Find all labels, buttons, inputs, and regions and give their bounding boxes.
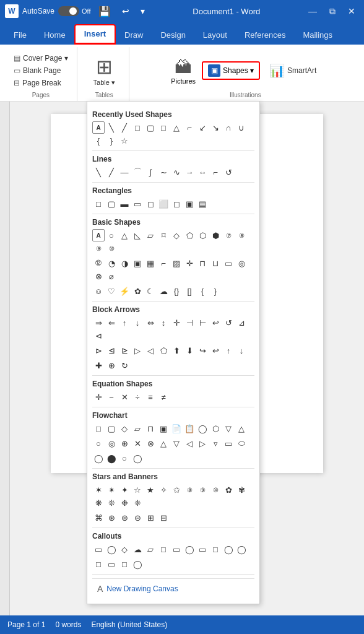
co-accent-callout1[interactable]: ◯	[183, 543, 196, 555]
bs-parallelogram[interactable]: ▱	[144, 229, 157, 241]
sb-star10[interactable]: ✧	[157, 484, 170, 496]
tab-home[interactable]: Home	[35, 27, 74, 45]
ba-curved-right[interactable]: ↪	[196, 344, 209, 357]
ba-quad2[interactable]: ✚	[92, 359, 105, 371]
co-accent-border1[interactable]: ▭	[105, 558, 118, 570]
fc-decision[interactable]: ◇	[118, 422, 131, 435]
blank-page-button[interactable]: ▭ Blank Page	[11, 65, 71, 76]
shape-line-diag1[interactable]: ╲	[105, 121, 118, 134]
shapes-button[interactable]: ▣ Shapes ▾	[202, 61, 260, 80]
save-icon[interactable]: 💾	[95, 4, 115, 19]
bs-donut[interactable]: ◎	[235, 257, 248, 269]
customize-icon[interactable]: ▾	[137, 5, 149, 17]
fc-direct-access[interactable]: ○	[118, 452, 131, 464]
fc-document[interactable]: 📄	[170, 422, 183, 435]
bs-diamond[interactable]: ◇	[170, 229, 183, 241]
eq-not-equal[interactable]: ≠	[157, 391, 170, 403]
shape-brace-l[interactable]: {	[92, 134, 105, 147]
bs-half-frame[interactable]: ▦	[144, 257, 157, 269]
shape-rounded-rect[interactable]: ▢	[144, 121, 157, 134]
bs-num10[interactable]: ⑩	[105, 242, 118, 254]
bs-plus[interactable]: ✛	[183, 257, 196, 269]
eq-divide[interactable]: ÷	[131, 391, 144, 403]
tab-file[interactable]: File	[5, 27, 35, 45]
ba-curved-left[interactable]: ↩	[209, 344, 222, 357]
ba-pentagon[interactable]: ⬠	[157, 344, 170, 357]
bs-brace-pair[interactable]: {}	[170, 285, 183, 297]
line-double-arrow[interactable]: ↔	[196, 166, 209, 178]
co-accent-callout2[interactable]: ▭	[196, 543, 209, 555]
fc-delay[interactable]: ⬭	[235, 437, 248, 449]
co-rounded-callout[interactable]: ◯	[105, 543, 118, 555]
pictures-button[interactable]: 🏔 Pictures	[168, 54, 198, 87]
fc-card[interactable]: ⊕	[118, 437, 131, 449]
rect-basic[interactable]: □	[92, 198, 105, 210]
eq-minus[interactable]: −	[105, 391, 118, 403]
eq-equal[interactable]: ≡	[144, 391, 157, 403]
co-accent-border3[interactable]: ◯	[131, 558, 144, 570]
bs-frame[interactable]: ▣	[131, 257, 144, 269]
co-accent-callout3[interactable]: □	[209, 543, 222, 555]
sb-star12[interactable]: ✩	[170, 484, 183, 496]
ba-chevron[interactable]: ⊵	[118, 344, 131, 357]
new-drawing-canvas-button[interactable]: A New Drawing Canvas	[92, 578, 254, 599]
fc-or[interactable]: △	[157, 437, 170, 449]
ba-callout[interactable]: ⊿	[235, 316, 248, 329]
shape-triangle[interactable]: △	[170, 121, 183, 134]
sb-star32[interactable]: ⑩	[209, 484, 222, 496]
rect-snip[interactable]: ▬	[118, 198, 131, 210]
sb-wave2[interactable]: ⌘	[92, 511, 105, 524]
bs-num8[interactable]: ⑧	[235, 229, 248, 241]
bs-bevel[interactable]: ▭	[222, 257, 235, 269]
sb-star6[interactable]: ✦	[118, 484, 131, 496]
tab-draw[interactable]: Draw	[116, 27, 152, 45]
line-curve[interactable]: ∫	[144, 166, 157, 178]
rect-single-round[interactable]: ◻	[170, 198, 183, 210]
fc-offpage[interactable]: ◎	[105, 437, 118, 449]
fc-extract[interactable]: ▷	[196, 437, 209, 449]
ba-up2[interactable]: ⬆	[170, 344, 183, 357]
sb-star8[interactable]: ★	[144, 484, 157, 496]
tab-design[interactable]: Design	[152, 27, 194, 45]
fc-connector[interactable]: ○	[92, 437, 105, 449]
shape-star[interactable]: ☆	[118, 134, 131, 147]
fc-collate[interactable]: ▽	[170, 437, 183, 449]
line-diagonal[interactable]: ╱	[105, 166, 118, 178]
fc-preparation[interactable]: ⬡	[209, 422, 222, 435]
sb-ribbon-up[interactable]: ❋	[92, 497, 105, 509]
rect-snip2[interactable]: ▭	[131, 198, 144, 210]
ba-notched[interactable]: ⊳	[92, 344, 105, 357]
ba-left-right[interactable]: ⇔	[144, 316, 157, 329]
line-curved-arrow[interactable]: ↺	[222, 166, 235, 178]
bs-cloud[interactable]: ☁	[157, 285, 170, 297]
ba-left-up[interactable]: ⊣	[183, 316, 196, 329]
close-button[interactable]: ✕	[344, 5, 359, 17]
line-horizontal[interactable]: —	[118, 166, 131, 178]
minimize-button[interactable]: —	[305, 5, 321, 17]
smartart-button[interactable]: 📊 SmartArt	[264, 60, 322, 81]
sb-wave1[interactable]: ❈	[131, 497, 144, 509]
bs-left-brace[interactable]: {	[196, 285, 209, 297]
ba-left[interactable]: ⇐	[105, 316, 118, 329]
shape-rect[interactable]: □	[131, 121, 144, 134]
ba-loop[interactable]: ↺	[222, 316, 235, 329]
sb-star5[interactable]: ✴	[105, 484, 118, 496]
sb-ribbon[interactable]: ❉	[118, 497, 131, 509]
sb-banner1[interactable]: ⊜	[118, 511, 131, 524]
bs-num9[interactable]: ⑨	[92, 242, 105, 254]
fc-data[interactable]: ▱	[131, 422, 144, 435]
shape-brace-r[interactable]: }	[105, 134, 118, 147]
ba-down[interactable]: ↓	[131, 316, 144, 329]
bs-pie[interactable]: ◔	[105, 257, 118, 269]
ba-home-plate[interactable]: ⊴	[105, 344, 118, 357]
co-border-callout3[interactable]: □	[92, 558, 105, 570]
co-line-callout3[interactable]: ▭	[170, 543, 183, 555]
bs-trapezoid[interactable]: ⌑	[157, 229, 170, 241]
bs-no-symbol[interactable]: ⊗	[92, 270, 105, 282]
bs-oval[interactable]: ○	[105, 229, 118, 241]
ba-right-up[interactable]: ⊢	[196, 316, 209, 329]
bs-right-brace[interactable]: }	[209, 285, 222, 297]
ba-swivel[interactable]: ⊕	[105, 359, 118, 371]
ba-right2[interactable]: ▷	[131, 344, 144, 357]
fc-display[interactable]: ◯	[131, 452, 144, 464]
